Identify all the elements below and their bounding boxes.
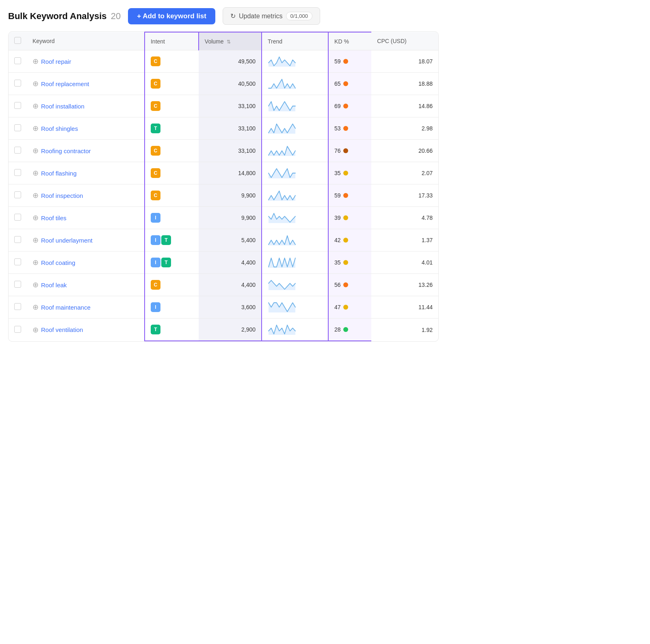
row-checkbox[interactable] (14, 303, 21, 310)
col-intent-header: Intent (145, 32, 199, 50)
kd-value: 53 (334, 125, 341, 132)
add-circle-icon[interactable]: ⊕ (32, 303, 39, 312)
table-row: ⊕ Roofing contractor C 33,100 76 20.66 (9, 140, 438, 162)
keyword-link[interactable]: ⊕ Roof flashing (32, 169, 139, 178)
add-circle-icon[interactable]: ⊕ (32, 146, 39, 155)
keyword-cell: ⊕ Roofing contractor (27, 140, 145, 162)
add-circle-icon[interactable]: ⊕ (32, 236, 39, 245)
add-circle-icon[interactable]: ⊕ (32, 102, 39, 111)
kd-difficulty-dot (343, 305, 348, 310)
intent-badge-c: C (151, 191, 160, 200)
trend-cell (262, 319, 328, 341)
kd-cell: 53 (328, 117, 371, 140)
cpc-cell: 20.66 (371, 140, 438, 162)
kd-cell: 76 (328, 140, 371, 162)
keyword-link[interactable]: ⊕ Roof inspection (32, 191, 139, 200)
intent-badge-i: I (151, 235, 160, 245)
kd-cell: 47 (328, 296, 371, 319)
trend-sparkline (268, 256, 296, 269)
keyword-link[interactable]: ⊕ Roof shingles (32, 124, 139, 133)
col-trend-header: Trend (262, 32, 328, 50)
trend-cell (262, 207, 328, 229)
kd-difficulty-dot (343, 327, 348, 332)
row-checkbox[interactable] (14, 57, 21, 64)
keyword-cell: ⊕ Roof flashing (27, 162, 145, 184)
kd-value: 76 (334, 147, 341, 154)
kd-cell: 42 (328, 229, 371, 252)
add-circle-icon[interactable]: ⊕ (32, 79, 39, 88)
trend-cell (262, 252, 328, 274)
keyword-link[interactable]: ⊕ Roof replacement (32, 79, 139, 88)
row-checkbox[interactable] (14, 124, 21, 131)
trend-cell (262, 296, 328, 319)
row-checkbox[interactable] (14, 281, 21, 288)
keyword-link[interactable]: ⊕ Roof underlayment (32, 236, 139, 245)
row-checkbox[interactable] (14, 191, 21, 198)
col-volume-header[interactable]: Volume ⇅ (199, 32, 262, 50)
keyword-cell: ⊕ Roof repair (27, 50, 145, 73)
trend-sparkline (268, 55, 296, 67)
add-circle-icon[interactable]: ⊕ (32, 258, 39, 267)
volume-cell: 33,100 (199, 140, 262, 162)
keyword-text: Roof flashing (41, 170, 77, 177)
keyword-text: Roof leak (41, 282, 67, 288)
intent-badge-c: C (151, 146, 160, 156)
row-checkbox[interactable] (14, 326, 21, 333)
intent-badge-i: I (151, 213, 160, 223)
cpc-cell: 14.86 (371, 95, 438, 117)
kd-cell: 59 (328, 184, 371, 207)
add-circle-icon[interactable]: ⊕ (32, 169, 39, 178)
row-checkbox[interactable] (14, 236, 21, 243)
row-checkbox-cell (9, 140, 27, 162)
keyword-link[interactable]: ⊕ Roof installation (32, 102, 139, 111)
trend-cell (262, 73, 328, 95)
row-checkbox[interactable] (14, 102, 21, 109)
select-all-checkbox[interactable] (14, 37, 21, 44)
intent-cell: T (145, 319, 199, 341)
keyword-link[interactable]: ⊕ Roofing contractor (32, 146, 139, 155)
intent-badge-t: T (151, 124, 160, 133)
add-to-keyword-list-button[interactable]: + Add to keyword list (128, 8, 215, 24)
keyword-cell: ⊕ Roof maintenance (27, 296, 145, 319)
kd-value: 28 (334, 326, 341, 333)
volume-cell: 9,900 (199, 184, 262, 207)
add-circle-icon[interactable]: ⊕ (32, 124, 39, 133)
volume-cell: 33,100 (199, 95, 262, 117)
row-checkbox[interactable] (14, 258, 21, 265)
keyword-link[interactable]: ⊕ Roof maintenance (32, 303, 139, 312)
add-circle-icon[interactable]: ⊕ (32, 325, 39, 334)
trend-sparkline (268, 212, 296, 224)
intent-cell: I (145, 296, 199, 319)
row-checkbox[interactable] (14, 169, 21, 176)
trend-cell (262, 117, 328, 140)
keyword-link[interactable]: ⊕ Roof tiles (32, 213, 139, 222)
add-circle-icon[interactable]: ⊕ (32, 191, 39, 200)
add-circle-icon[interactable]: ⊕ (32, 213, 39, 222)
update-metrics-button[interactable]: ↻ Update metrics 0/1,000 (223, 7, 320, 25)
row-checkbox[interactable] (14, 214, 21, 221)
keyword-link[interactable]: ⊕ Roof leak (32, 280, 139, 289)
trend-sparkline (268, 301, 296, 313)
add-circle-icon[interactable]: ⊕ (32, 57, 39, 66)
row-checkbox[interactable] (14, 80, 21, 87)
table-row: ⊕ Roof coating IT 4,400 35 4.01 (9, 252, 438, 274)
kd-value: 69 (334, 103, 341, 109)
cpc-cell: 1.92 (371, 319, 438, 341)
keyword-text: Roof underlayment (41, 237, 93, 244)
kd-value: 65 (334, 80, 341, 87)
page-container: Bulk Keyword Analysis 20 + Add to keywor… (0, 0, 447, 349)
keyword-link[interactable]: ⊕ Roof ventilation (32, 325, 139, 334)
svg-marker-0 (269, 57, 295, 67)
keyword-link[interactable]: ⊕ Roof coating (32, 258, 139, 267)
svg-marker-1 (269, 79, 295, 89)
trend-cell (262, 162, 328, 184)
intent-badge-t: T (151, 325, 160, 334)
kd-difficulty-dot (343, 126, 348, 131)
row-checkbox[interactable] (14, 147, 21, 154)
keyword-link[interactable]: ⊕ Roof repair (32, 57, 139, 66)
keyword-table: Keyword Intent Volume ⇅ Trend KD % CPC (… (8, 31, 439, 342)
keyword-text: Roof repair (41, 58, 71, 65)
kd-difficulty-dot (343, 81, 348, 86)
add-circle-icon[interactable]: ⊕ (32, 280, 39, 289)
table-row: ⊕ Roof repair C 49,500 59 18.07 (9, 50, 438, 73)
